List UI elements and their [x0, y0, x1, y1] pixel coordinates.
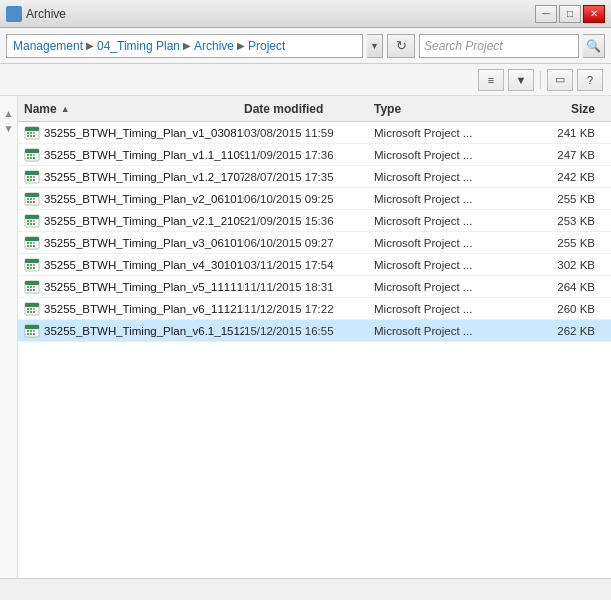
layout-button[interactable]: ▭ — [547, 69, 573, 91]
svg-rect-23 — [33, 179, 35, 181]
cell-name: 35255_BTWH_Timing_Plan_v2.1_210915 — [24, 213, 244, 229]
nav-up-arrow[interactable]: ▲ — [4, 108, 14, 119]
cell-name: 35255_BTWH_Timing_Plan_v6.1_151215 — [24, 323, 244, 339]
path-dropdown[interactable]: ▼ — [367, 34, 383, 58]
file-icon — [24, 147, 40, 163]
app-icon — [6, 6, 22, 22]
path-management[interactable]: Management — [13, 39, 83, 53]
cell-date: 06/10/2015 09:25 — [244, 193, 374, 205]
col-size-header[interactable]: Size — [504, 102, 605, 116]
table-row[interactable]: 35255_BTWH_Timing_Plan_v6_111215 11/12/2… — [18, 298, 611, 320]
dropdown-arrow-button[interactable]: ▼ — [508, 69, 534, 91]
cell-size: 262 KB — [504, 325, 605, 337]
svg-rect-51 — [30, 264, 32, 266]
svg-rect-4 — [33, 132, 35, 134]
file-icon — [24, 169, 40, 185]
file-name-text: 35255_BTWH_Timing_Plan_v3_061015 — [44, 237, 244, 249]
svg-rect-45 — [27, 245, 29, 247]
col-name-header[interactable]: Name ▲ — [24, 102, 244, 116]
svg-rect-77 — [27, 333, 29, 335]
svg-rect-36 — [33, 220, 35, 222]
cell-name: 35255_BTWH_Timing_Plan_v6_111215 — [24, 301, 244, 317]
svg-rect-20 — [33, 176, 35, 178]
path-timing-plan[interactable]: 04_Timing Plan — [97, 39, 180, 53]
path-archive[interactable]: Archive — [194, 39, 234, 53]
search-icon[interactable]: 🔍 — [583, 34, 605, 58]
help-button[interactable]: ? — [577, 69, 603, 91]
path-arrow-2: ▶ — [183, 40, 191, 51]
table-row[interactable]: 35255_BTWH_Timing_Plan_v2_061015 06/10/2… — [18, 188, 611, 210]
cell-date: 15/12/2015 16:55 — [244, 325, 374, 337]
address-path[interactable]: Management ▶ 04_Timing Plan ▶ Archive ▶ … — [6, 34, 363, 58]
svg-rect-59 — [30, 286, 32, 288]
table-row[interactable]: 35255_BTWH_Timing_Plan_v1.1_110915 11/09… — [18, 144, 611, 166]
svg-rect-1 — [25, 127, 39, 131]
svg-rect-26 — [27, 198, 29, 200]
svg-rect-11 — [30, 154, 32, 156]
cell-date: 03/08/2015 11:59 — [244, 127, 374, 139]
cell-date: 11/12/2015 17:22 — [244, 303, 374, 315]
svg-rect-41 — [25, 237, 39, 241]
table-row[interactable]: 35255_BTWH_Timing_Plan_v6.1_151215 15/12… — [18, 320, 611, 342]
cell-date: 11/11/2015 18:31 — [244, 281, 374, 293]
nav-down-arrow[interactable]: ▼ — [4, 123, 14, 134]
file-name-text: 35255_BTWH_Timing_Plan_v5_111115 — [44, 281, 244, 293]
path-project[interactable]: Project — [248, 39, 285, 53]
svg-rect-58 — [27, 286, 29, 288]
svg-rect-74 — [27, 330, 29, 332]
toolbar-divider — [540, 71, 541, 89]
table-row[interactable]: 35255_BTWH_Timing_Plan_v1_030815 03/08/2… — [18, 122, 611, 144]
svg-rect-25 — [25, 193, 39, 197]
svg-rect-49 — [25, 259, 39, 263]
svg-rect-6 — [30, 135, 32, 137]
title-bar-controls: ─ □ ✕ — [535, 5, 605, 23]
svg-rect-63 — [33, 289, 35, 291]
main-area: ▲ ▼ Name ▲ Date modified Type Size — [0, 96, 611, 578]
maximize-button[interactable]: □ — [559, 5, 581, 23]
cell-name: 35255_BTWH_Timing_Plan_v5_111115 — [24, 279, 244, 295]
svg-rect-17 — [25, 171, 39, 175]
col-type-header[interactable]: Type — [374, 102, 504, 116]
cell-date: 28/07/2015 17:35 — [244, 171, 374, 183]
file-name-text: 35255_BTWH_Timing_Plan_v6_111215 — [44, 303, 244, 315]
svg-rect-19 — [30, 176, 32, 178]
svg-rect-73 — [25, 325, 39, 329]
file-rows-container: 35255_BTWH_Timing_Plan_v1_030815 03/08/2… — [18, 122, 611, 342]
cell-name: 35255_BTWH_Timing_Plan_v1_030815 — [24, 125, 244, 141]
view-options-button[interactable]: ≡ — [478, 69, 504, 91]
table-row[interactable]: 35255_BTWH_Timing_Plan_v1.2_170715 28/07… — [18, 166, 611, 188]
svg-rect-15 — [33, 157, 35, 159]
svg-rect-43 — [30, 242, 32, 244]
refresh-button[interactable]: ↻ — [387, 34, 415, 58]
toolbar: ≡ ▼ ▭ ? — [0, 64, 611, 96]
table-row[interactable]: 35255_BTWH_Timing_Plan_v4_301015 03/11/2… — [18, 254, 611, 276]
minimize-button[interactable]: ─ — [535, 5, 557, 23]
file-name-text: 35255_BTWH_Timing_Plan_v1.1_110915 — [44, 149, 244, 161]
svg-rect-71 — [33, 311, 35, 313]
search-input[interactable]: Search Project — [419, 34, 579, 58]
close-button[interactable]: ✕ — [583, 5, 605, 23]
cell-name: 35255_BTWH_Timing_Plan_v1.2_170715 — [24, 169, 244, 185]
cell-type: Microsoft Project ... — [374, 259, 504, 271]
title-text: Archive — [26, 7, 66, 21]
svg-rect-69 — [27, 311, 29, 313]
svg-rect-22 — [30, 179, 32, 181]
file-icon — [24, 125, 40, 141]
file-name-text: 35255_BTWH_Timing_Plan_v1.2_170715 — [44, 171, 244, 183]
svg-rect-50 — [27, 264, 29, 266]
cell-size: 255 KB — [504, 237, 605, 249]
svg-rect-31 — [33, 201, 35, 203]
cell-size: 242 KB — [504, 171, 605, 183]
svg-rect-39 — [33, 223, 35, 225]
table-row[interactable]: 35255_BTWH_Timing_Plan_v5_111115 11/11/2… — [18, 276, 611, 298]
svg-rect-54 — [30, 267, 32, 269]
file-list[interactable]: Name ▲ Date modified Type Size 35255_BTW… — [18, 96, 611, 578]
table-row[interactable]: 35255_BTWH_Timing_Plan_v3_061015 06/10/2… — [18, 232, 611, 254]
sort-arrow: ▲ — [61, 104, 70, 114]
cell-type: Microsoft Project ... — [374, 193, 504, 205]
svg-rect-10 — [27, 154, 29, 156]
table-row[interactable]: 35255_BTWH_Timing_Plan_v2.1_210915 21/09… — [18, 210, 611, 232]
file-name-text: 35255_BTWH_Timing_Plan_v6.1_151215 — [44, 325, 244, 337]
file-icon — [24, 279, 40, 295]
col-date-header[interactable]: Date modified — [244, 102, 374, 116]
